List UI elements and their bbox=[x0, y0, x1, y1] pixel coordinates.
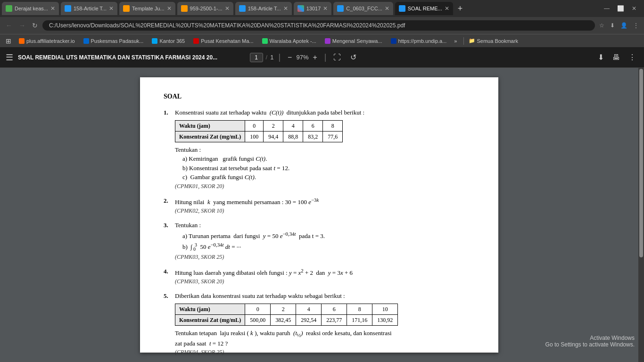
reload-button[interactable]: ↻ bbox=[30, 21, 40, 30]
problem-5-row: 5. Diberikan data konsentrasi suatu zat … bbox=[164, 291, 475, 301]
tab-5-close[interactable]: ✕ bbox=[283, 5, 288, 12]
tab-2[interactable]: 158-Article T... ✕ bbox=[61, 2, 117, 15]
table-1-v2: 88,8 bbox=[283, 131, 303, 142]
tab-6-close[interactable]: ✕ bbox=[323, 5, 328, 12]
back-button[interactable]: ← bbox=[4, 21, 14, 30]
tab-5[interactable]: 158-Article T... ✕ bbox=[235, 2, 292, 15]
table-2-h0: 0 bbox=[245, 304, 271, 314]
tab-7[interactable]: C_0603_FCC... ✕ bbox=[333, 2, 393, 15]
tab-4-close[interactable]: ✕ bbox=[225, 5, 230, 12]
table-2-v0: 500,00 bbox=[245, 314, 271, 325]
problem-3-a: a) Turunan pertama dari fungsi y = 50 e−… bbox=[182, 230, 475, 241]
zoom-in-button[interactable]: + bbox=[310, 52, 319, 63]
bookmark-star-icon[interactable]: ☆ bbox=[598, 22, 606, 29]
bookmark-label-ms: Kantor 365 bbox=[159, 38, 185, 44]
tab-3[interactable]: Template Ju... ✕ bbox=[119, 2, 175, 15]
tab-4-title: 959-2500-1-... bbox=[190, 6, 223, 11]
pdf-page-separator: / bbox=[266, 54, 268, 61]
problem-1-score: (CPMK01, SKOR 20) bbox=[175, 182, 475, 190]
close-window-button[interactable]: ✕ bbox=[630, 5, 638, 12]
pdf-page: SOAL 1. Konsentrasi suatu zat terhadap w… bbox=[140, 77, 498, 353]
problem-3-b: b) ∫03 50 e−0,34t dt = ··· bbox=[182, 241, 475, 253]
table-1-h2: 2 bbox=[264, 120, 283, 131]
address-input[interactable] bbox=[42, 20, 595, 31]
bookmark-label-pmb: https://pmb.undip.a... bbox=[398, 38, 447, 44]
problem-4-row: 4. Hitung luas daerah yang dibatasi oleh… bbox=[164, 267, 475, 278]
bookmark-label-af: plus.affiliatetracker.io bbox=[26, 38, 75, 44]
fit-page-button[interactable]: ⛶ bbox=[331, 52, 343, 63]
tab-8-title: SOAL REME... bbox=[408, 6, 442, 11]
maximize-button[interactable]: ⬜ bbox=[615, 5, 626, 12]
table-2-h4: 4 bbox=[296, 304, 322, 314]
bookmark-senyawa[interactable]: Mengenal Senyawa... bbox=[322, 37, 385, 45]
problem-1: 1. Konsentrasi suatu zat terhadap waktu … bbox=[164, 108, 475, 190]
pdf-menu-icon[interactable]: ☰ bbox=[6, 52, 13, 63]
bookmark-favicon-pmb bbox=[391, 38, 396, 44]
tab-8-close[interactable]: ✕ bbox=[445, 5, 449, 12]
menu-icon[interactable]: ⋮ bbox=[632, 22, 640, 29]
bookmark-pusat-kesehatan[interactable]: Pusat Kesehatan Ma... bbox=[190, 37, 256, 45]
bookmark-favicon-ms bbox=[152, 38, 157, 44]
zoom-out-button[interactable]: − bbox=[285, 52, 294, 63]
new-tab-button[interactable]: + bbox=[455, 4, 466, 14]
tab-3-favicon bbox=[123, 5, 130, 12]
table-1-h0: 0 bbox=[245, 120, 264, 131]
tab-1[interactable]: Derajat keas... ✕ bbox=[2, 2, 59, 15]
tab-7-close[interactable]: ✕ bbox=[385, 5, 389, 12]
print-pdf-button[interactable]: 🖶 bbox=[610, 52, 622, 63]
problem-5-score: (CPMK04, SKOR 25) bbox=[175, 348, 475, 356]
bookmarks-more-button[interactable]: » bbox=[452, 37, 459, 45]
forward-button[interactable]: → bbox=[17, 21, 27, 30]
problem-3-score: (CPMK03, SKOR 25) bbox=[175, 253, 475, 261]
soal-label: SOAL bbox=[164, 93, 182, 100]
table-2-v3: 223,77 bbox=[322, 314, 347, 325]
problem-1-table: Waktu (jam) 0 2 4 6 8 Konsentrasi Zat (m… bbox=[175, 120, 475, 142]
tab-6[interactable]: 13017 ✕ bbox=[294, 2, 332, 15]
bookmark-kantor365[interactable]: Kantor 365 bbox=[149, 37, 188, 45]
download-pdf-button[interactable]: ⬇ bbox=[595, 52, 606, 63]
pdf-right-buttons: ⬇ 🖶 ⋮ bbox=[595, 52, 638, 63]
tab-bar: Derajat keas... ✕ 158-Article T... ✕ Tem… bbox=[0, 0, 644, 17]
pdf-page-total: 1 bbox=[270, 54, 273, 61]
tab-4[interactable]: 959-2500-1-... ✕ bbox=[177, 2, 233, 15]
table-2-h6: 6 bbox=[322, 304, 347, 314]
profile-icon[interactable]: 👤 bbox=[619, 22, 629, 29]
bookmarks-folder-label: Semua Bookmark bbox=[477, 38, 518, 44]
problem-2-row: 2. Hitung nilai k yang memenuhi persamaa… bbox=[164, 196, 475, 207]
table-1-v3: 83,2 bbox=[303, 131, 323, 142]
bookmark-affiliatetracker[interactable]: plus.affiliatetracker.io bbox=[16, 37, 78, 45]
tab-6-favicon bbox=[297, 5, 304, 12]
pdf-zoom-control: − 97% + bbox=[285, 52, 320, 63]
bookmarks-separator bbox=[463, 37, 464, 45]
pdf-more-button[interactable]: ⋮ bbox=[626, 52, 638, 63]
table-2-v1: 382,45 bbox=[271, 314, 296, 325]
pdf-scroll-area[interactable]: SOAL 1. Konsentrasi suatu zat terhadap w… bbox=[0, 68, 638, 362]
problem-3-text: Tentukan : bbox=[175, 221, 201, 230]
tab-3-close[interactable]: ✕ bbox=[167, 5, 172, 12]
pdf-scrollbar[interactable] bbox=[638, 68, 644, 362]
tab-8-active[interactable]: SOAL REME... ✕ bbox=[395, 2, 453, 15]
folder-icon: 📁 bbox=[469, 38, 475, 44]
bookmark-pmb[interactable]: https://pmb.undip.a... bbox=[388, 37, 450, 45]
download-icon[interactable]: ⬇ bbox=[609, 22, 616, 29]
scroll-thumb[interactable] bbox=[639, 69, 643, 257]
bookmark-puskesmas[interactable]: Puskesmas Padasuk... bbox=[81, 37, 147, 45]
bookmark-label-pk: Puskesmas Padasuk... bbox=[91, 38, 144, 44]
bookmark-favicon-wa bbox=[262, 38, 268, 44]
pdf-area: SOAL 1. Konsentrasi suatu zat terhadap w… bbox=[0, 68, 644, 362]
tab-1-close[interactable]: ✕ bbox=[50, 5, 55, 12]
table-2-h8: 8 bbox=[347, 304, 372, 314]
minimize-button[interactable]: — bbox=[602, 5, 611, 12]
table-1-data-row: Konsentrasi Zat (mg/mL) 100 94,4 88,8 83… bbox=[175, 131, 343, 142]
pdf-divider-1: | bbox=[278, 52, 281, 62]
problem-3: 3. Tentukan : a) Turunan pertama dari fu… bbox=[164, 221, 475, 261]
browser-chrome: Derajat keas... ✕ 158-Article T... ✕ Tem… bbox=[0, 0, 644, 47]
rotate-button[interactable]: ↺ bbox=[348, 52, 359, 63]
pdf-page-input[interactable] bbox=[250, 53, 263, 62]
apps-icon[interactable]: ⊞ bbox=[4, 36, 13, 46]
bookmark-waralaba[interactable]: Waralaba Apotek -... bbox=[259, 37, 319, 45]
tab-2-close[interactable]: ✕ bbox=[109, 5, 114, 12]
pdf-divider-2: | bbox=[324, 52, 327, 62]
bookmarks-folder[interactable]: 📁 Semua Bookmark bbox=[469, 38, 518, 44]
tab-4-favicon bbox=[181, 5, 188, 12]
